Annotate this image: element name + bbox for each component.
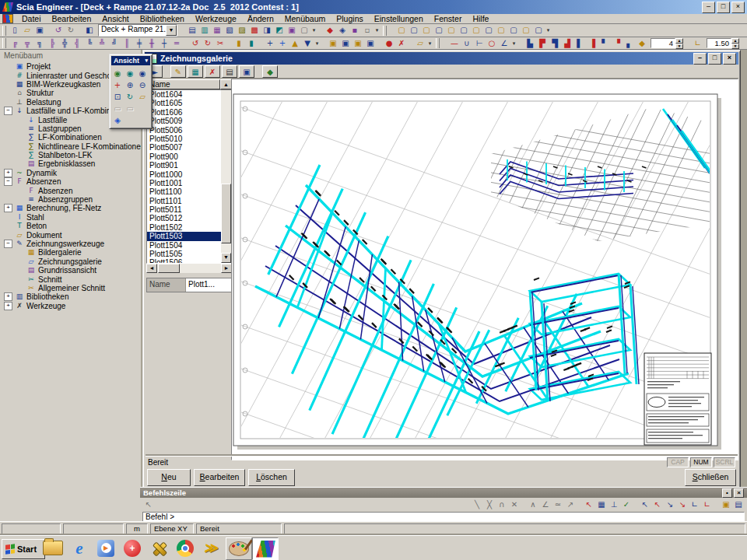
toolbar-icon[interactable]: ▢: [445, 25, 458, 36]
scale-spinner[interactable]: 4 ▲▼: [651, 38, 683, 48]
tree-item[interactable]: I Stahl: [0, 213, 141, 222]
view-tool-icon[interactable]: ◈: [111, 114, 124, 126]
pin-icon[interactable]: •: [722, 488, 732, 498]
toolbar-handle[interactable]: [2, 38, 6, 48]
toolbar-icon[interactable]: ↻: [202, 38, 214, 49]
arrows-app-icon[interactable]: ≫: [199, 537, 224, 558]
plot-list-item[interactable]: Plott901: [147, 161, 221, 170]
toolbar-icon[interactable]: ╠: [46, 38, 58, 49]
snap-mode-icon[interactable]: ∠: [539, 499, 552, 510]
spinner-down-icon[interactable]: ▼: [675, 44, 683, 49]
minimize-button[interactable]: –: [693, 53, 707, 65]
snap-mode-icon[interactable]: ≃: [552, 499, 564, 510]
close-button[interactable]: ×: [723, 53, 736, 65]
file-manager-icon[interactable]: [40, 537, 65, 558]
neu-button[interactable]: Neu: [147, 469, 191, 486]
toolbar-icon[interactable]: ▾: [545, 25, 552, 36]
toolbar-icon[interactable]: ○: [486, 38, 498, 49]
plot-list-item[interactable]: Plott900: [147, 152, 221, 161]
toolbar-icon[interactable]: ▧: [223, 25, 236, 36]
toolbar-icon[interactable]: ▾: [314, 38, 321, 49]
tree-item[interactable]: F Absenzen: [0, 186, 141, 194]
view-tool-icon[interactable]: ▭: [124, 103, 136, 114]
toolbar-icon[interactable]: ╚: [83, 38, 96, 49]
toolbar-icon[interactable]: ⊢: [473, 38, 486, 49]
snap-mode-icon[interactable]: ↖: [651, 499, 664, 510]
gallery-toolbar-icon[interactable]: ✗: [205, 65, 220, 78]
menu-item[interactable]: Datei: [16, 14, 47, 23]
toolbar-icon[interactable]: ▌: [573, 38, 586, 49]
toolbar-icon[interactable]: ▢: [395, 25, 408, 36]
toolbar-icon[interactable]: ╩: [96, 38, 108, 49]
tree-item[interactable]: ▤ Ergebnisklassen: [0, 159, 141, 168]
plot-list-item[interactable]: Plott5011: [147, 205, 221, 214]
toolbar-icon[interactable]: —: [448, 38, 461, 49]
toolbar-icon[interactable]: ◩: [273, 25, 286, 36]
toolbar-icon[interactable]: ▫: [361, 25, 374, 36]
plot-list-item[interactable]: Plott1100: [147, 187, 221, 196]
toolbar-icon[interactable]: ▢: [507, 25, 520, 36]
plot-list-item[interactable]: Plott1506: [147, 258, 221, 263]
toolbar-icon[interactable]: ▢: [420, 25, 433, 36]
toolbar-icon[interactable]: ╪: [133, 38, 146, 49]
spinner-up-icon[interactable]: ▲: [675, 38, 683, 44]
scroll-left-icon[interactable]: ◄: [146, 264, 157, 273]
toolbar-icon[interactable]: ▢: [458, 25, 470, 36]
toolbar-icon[interactable]: ▐: [586, 38, 598, 49]
toolbar-icon[interactable]: ▝: [611, 38, 623, 49]
tree-item[interactable]: + ~ Dynamik: [0, 169, 141, 177]
scroll-right-icon[interactable]: ►: [221, 264, 232, 273]
view-tool-icon[interactable]: ⊡: [111, 91, 124, 103]
toolbar-icon[interactable]: ╦: [21, 38, 33, 49]
tree-item[interactable]: ≡ Absenzgruppen: [0, 195, 141, 204]
menu-item[interactable]: Menübaum: [279, 14, 331, 23]
view-tool-icon[interactable]: ◉: [111, 68, 124, 79]
toolbar-icon[interactable]: ▮: [233, 38, 245, 49]
chrome-icon[interactable]: [173, 537, 198, 558]
tree-expander[interactable]: −: [4, 177, 12, 186]
toolbar-icon[interactable]: ∪: [461, 38, 473, 49]
snap-mode-icon[interactable]: ∧: [527, 499, 539, 510]
menu-item[interactable]: Plugins: [331, 14, 368, 23]
schliessen-button[interactable]: Schließen: [685, 469, 736, 486]
tree-expander[interactable]: +: [4, 169, 12, 177]
toolbar-icon[interactable]: ▢: [408, 25, 420, 36]
horizontal-scrollbar[interactable]: ◄ ►: [146, 264, 232, 273]
toolbar-icon[interactable]: ▜: [549, 38, 561, 49]
plot-list-item[interactable]: Plott5006: [147, 126, 221, 135]
toolbar-icon[interactable]: ◈: [336, 25, 349, 36]
close-icon[interactable]: ×: [734, 488, 744, 498]
toolbar-icon[interactable]: ▣: [327, 38, 339, 49]
tree-item[interactable]: + ▥ Bibliotheken: [0, 292, 141, 301]
toolbar-icon[interactable]: ▙: [524, 38, 536, 49]
toolbar-icon[interactable]: ╝: [108, 38, 121, 49]
toolbar-icon[interactable]: ▱: [21, 25, 33, 36]
toolbar-icon[interactable]: ✗: [395, 38, 408, 49]
tree-item[interactable]: ∑ Stahlbeton-LFK: [0, 151, 141, 159]
toolbar-icon[interactable]: ▾: [310, 25, 317, 36]
tree-item[interactable]: ▱ Dokument: [0, 230, 141, 239]
toolbar-icon[interactable]: ▢: [532, 25, 545, 36]
scale-spinner-value[interactable]: 4: [651, 38, 675, 48]
toolbar-icon[interactable]: ▨: [236, 25, 248, 36]
vertical-scrollbar[interactable]: ▼: [221, 90, 231, 263]
toolbar-icon[interactable]: ▖: [623, 38, 636, 49]
spinner-up-icon[interactable]: ▲: [731, 38, 739, 44]
media-player-icon[interactable]: ▶: [93, 537, 118, 558]
plot-list-item[interactable]: Plott5010: [147, 135, 221, 143]
toolbar-icon[interactable]: ▾: [374, 25, 381, 36]
menu-item[interactable]: Bibliotheken: [135, 14, 190, 23]
toolbar-icon[interactable]: ▮: [245, 38, 258, 49]
tree-item[interactable]: ▦ Bildergalerie: [0, 248, 141, 257]
tree-item[interactable]: ▱ Zeichnungsgalerie: [0, 257, 141, 266]
cursor-icon[interactable]: ↖: [142, 499, 155, 510]
view-tool-icon[interactable]: +: [111, 79, 124, 91]
snap-mode-icon[interactable]: ∟: [701, 499, 714, 510]
toolbar-icon[interactable]: ▣: [352, 38, 364, 49]
toolbar-handle[interactable]: [436, 38, 440, 48]
toolbar-icon[interactable]: ╫: [146, 38, 158, 49]
scrollbar-thumb[interactable]: [158, 264, 180, 273]
scroll-up-icon[interactable]: ▲: [220, 79, 232, 89]
snap-mode-icon[interactable]: ▣: [720, 499, 732, 510]
plot-list-item[interactable]: Plott1604: [147, 90, 221, 99]
